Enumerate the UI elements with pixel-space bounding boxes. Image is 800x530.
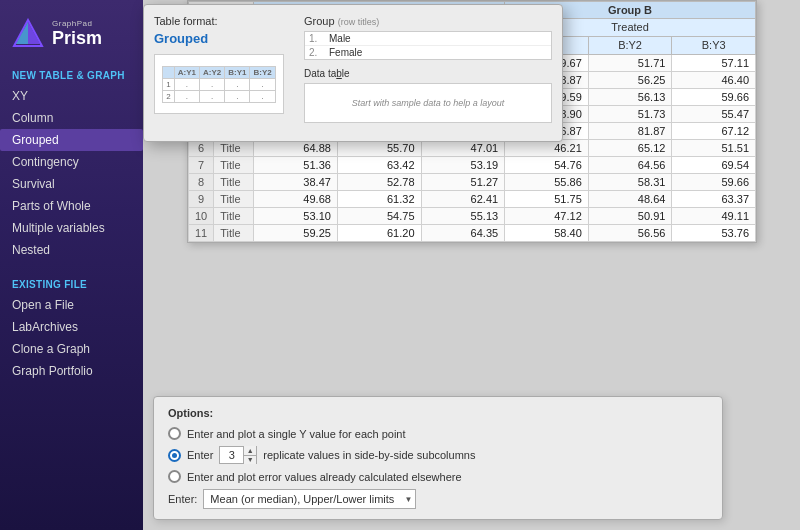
enter-label: Enter:: [168, 493, 197, 505]
sidebar-logo: GraphPad Prism: [0, 0, 143, 60]
sidebar-item-contingency[interactable]: Contingency: [0, 151, 143, 173]
sidebar-item-parts-of-whole[interactable]: Parts of Whole: [0, 195, 143, 217]
sidebar-item-nested[interactable]: Nested: [0, 239, 143, 261]
options-title: Options:: [168, 407, 708, 419]
logo-text: GraphPad Prism: [52, 20, 102, 49]
data-table-mini-preview: Start with sample data to help a layout: [304, 83, 552, 123]
sidebar-item-clone-graph[interactable]: Clone a Graph: [0, 338, 143, 360]
enter-row: Enter: Mean (or median), Upper/Lower lim…: [168, 489, 708, 509]
cell-11-3[interactable]: 64.35: [421, 225, 505, 242]
cell-10-6[interactable]: 49.11: [672, 208, 756, 225]
cell-8-2[interactable]: 52.78: [337, 174, 421, 191]
data-table-label: Data table: [304, 68, 552, 79]
cell-9-4[interactable]: 51.75: [505, 191, 589, 208]
cell-1-5[interactable]: 51.71: [588, 54, 672, 72]
table-row: 10Title53.1054.7555.1347.1250.9149.11: [189, 208, 756, 225]
cell-6-2[interactable]: 55.70: [337, 140, 421, 157]
cell-11-5[interactable]: 56.56: [588, 225, 672, 242]
cell-10-3[interactable]: 55.13: [421, 208, 505, 225]
sidebar-item-open-file[interactable]: Open a File: [0, 294, 143, 316]
row-number-6: 6: [189, 140, 214, 157]
cell-1-6[interactable]: 57.11: [672, 54, 756, 72]
cell-6-6[interactable]: 51.51: [672, 140, 756, 157]
sidebar-item-grouped[interactable]: Grouped: [0, 129, 143, 151]
dialog-body: Table format: Grouped A:Y1A:Y2B:Y1B:Y2 1…: [144, 5, 562, 141]
new-table-section-title: NEW TABLE & GRAPH: [0, 60, 143, 85]
cell-11-1[interactable]: 59.25: [254, 225, 338, 242]
cell-10-4[interactable]: 47.12: [505, 208, 589, 225]
cell-9-2[interactable]: 61.32: [337, 191, 421, 208]
cell-6-1[interactable]: 64.88: [254, 140, 338, 157]
cell-10-5[interactable]: 50.91: [588, 208, 672, 225]
cell-2-5[interactable]: 56.25: [588, 72, 672, 89]
replicate-spinner[interactable]: 3 ▲ ▼: [219, 446, 257, 464]
format-preview: A:Y1A:Y2B:Y1B:Y2 1.... 2....: [154, 54, 284, 114]
cell-4-5[interactable]: 51.73: [588, 106, 672, 123]
table-row: 8Title38.4752.7851.2755.8658.3159.66: [189, 174, 756, 191]
main-content: Group A Group B Control Treated ✕ A:Y1: [143, 0, 800, 530]
enter-select-wrap[interactable]: Mean (or median), Upper/Lower limitsMean…: [203, 489, 416, 509]
cell-11-6[interactable]: 53.76: [672, 225, 756, 242]
cell-11-4[interactable]: 58.40: [505, 225, 589, 242]
groups-rows-container: 1. Male 2. Female: [304, 31, 552, 60]
row-title-7: Title: [214, 157, 254, 174]
cell-9-1[interactable]: 49.68: [254, 191, 338, 208]
radio-replicate[interactable]: [168, 449, 181, 462]
col-header-by3: B:Y3: [672, 36, 756, 54]
spinner-arrows: ▲ ▼: [244, 446, 256, 464]
table-row: 11Title59.2561.2064.3558.4056.5653.76: [189, 225, 756, 242]
cell-8-1[interactable]: 38.47: [254, 174, 338, 191]
cell-9-6[interactable]: 63.37: [672, 191, 756, 208]
group-row-num-1: 1.: [309, 33, 329, 44]
sidebar-item-graph-portfolio[interactable]: Graph Portfolio: [0, 360, 143, 382]
cell-8-3[interactable]: 51.27: [421, 174, 505, 191]
cell-10-2[interactable]: 54.75: [337, 208, 421, 225]
row-number-11: 11: [189, 225, 214, 242]
group-row-family-2: Female: [329, 47, 362, 58]
cell-9-5[interactable]: 48.64: [588, 191, 672, 208]
spinner-up-button[interactable]: ▲: [244, 446, 256, 456]
cell-7-1[interactable]: 51.36: [254, 157, 338, 174]
radio-single-value[interactable]: [168, 427, 181, 440]
sidebar-item-labarchives[interactable]: LabArchives: [0, 316, 143, 338]
cell-6-3[interactable]: 47.01: [421, 140, 505, 157]
enter-select[interactable]: Mean (or median), Upper/Lower limitsMean…: [203, 489, 416, 509]
sidebar-item-column[interactable]: Column: [0, 107, 143, 129]
row-number-7: 7: [189, 157, 214, 174]
cell-10-1[interactable]: 53.10: [254, 208, 338, 225]
cell-11-2[interactable]: 61.20: [337, 225, 421, 242]
cell-7-4[interactable]: 54.76: [505, 157, 589, 174]
groups-row-1: 1. Male: [305, 32, 551, 46]
cell-7-6[interactable]: 69.54: [672, 157, 756, 174]
cell-4-6[interactable]: 55.47: [672, 106, 756, 123]
radio-error-values[interactable]: [168, 470, 181, 483]
format-selected[interactable]: Grouped: [154, 31, 294, 46]
cell-7-5[interactable]: 64.56: [588, 157, 672, 174]
sidebar-item-survival[interactable]: Survival: [0, 173, 143, 195]
cell-3-5[interactable]: 56.13: [588, 89, 672, 106]
option-row-2: Enter 3 ▲ ▼ replicate values in side-by-…: [168, 446, 708, 464]
sidebar-item-multiple-variables[interactable]: Multiple variables: [0, 217, 143, 239]
cell-8-5[interactable]: 58.31: [588, 174, 672, 191]
cell-7-2[interactable]: 63.42: [337, 157, 421, 174]
cell-5-5[interactable]: 81.87: [588, 123, 672, 140]
cell-5-6[interactable]: 67.12: [672, 123, 756, 140]
option-row-1: Enter and plot a single Y value for each…: [168, 427, 708, 440]
cell-8-6[interactable]: 59.66: [672, 174, 756, 191]
cell-6-5[interactable]: 65.12: [588, 140, 672, 157]
option2-post: replicate values in side-by-side subcolu…: [263, 449, 475, 461]
cell-9-3[interactable]: 62.41: [421, 191, 505, 208]
row-title-10: Title: [214, 208, 254, 225]
option3-label: Enter and plot error values already calc…: [187, 471, 462, 483]
cell-2-6[interactable]: 46.40: [672, 72, 756, 89]
cell-6-4[interactable]: 46.21: [505, 140, 589, 157]
row-title-11: Title: [214, 225, 254, 242]
cell-7-3[interactable]: 53.19: [421, 157, 505, 174]
cell-3-6[interactable]: 59.66: [672, 89, 756, 106]
row-number-8: 8: [189, 174, 214, 191]
options-section: Options: Enter and plot a single Y value…: [153, 396, 723, 520]
sidebar-item-xy[interactable]: XY: [0, 85, 143, 107]
dialog-right: Group (row titles) 1. Male 2. Female: [304, 15, 552, 131]
spinner-down-button[interactable]: ▼: [244, 456, 256, 465]
cell-8-4[interactable]: 55.86: [505, 174, 589, 191]
